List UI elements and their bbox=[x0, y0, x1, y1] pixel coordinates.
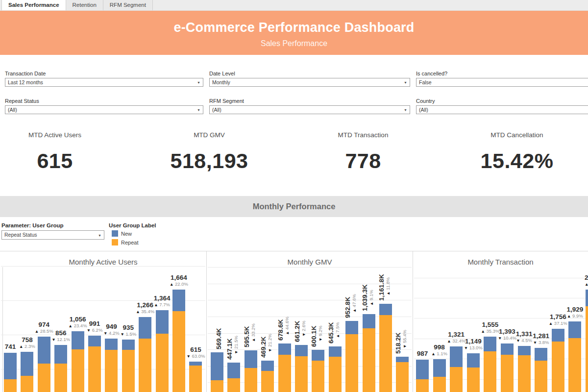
bar-stack[interactable] bbox=[552, 329, 564, 392]
filter-dropdown-date-level[interactable]: Monthly ▼ bbox=[209, 78, 410, 87]
bar-repeat-segment[interactable] bbox=[518, 355, 531, 392]
bar-repeat-segment[interactable] bbox=[295, 356, 308, 392]
legend-item-repeat[interactable]: Repeat bbox=[112, 239, 138, 245]
dropdown-caret-icon[interactable]: ▼ bbox=[197, 108, 200, 112]
bar-repeat-segment[interactable] bbox=[586, 306, 588, 392]
dropdown-caret-icon[interactable]: ▼ bbox=[98, 234, 101, 237]
bar-repeat-segment[interactable] bbox=[105, 350, 118, 392]
bar-stack[interactable] bbox=[312, 350, 324, 392]
bar-stack[interactable] bbox=[467, 353, 480, 392]
bar-stack[interactable] bbox=[295, 345, 308, 392]
bar-stack[interactable] bbox=[54, 345, 67, 392]
bar-repeat-segment[interactable] bbox=[552, 342, 564, 392]
tab-sales-performance[interactable]: Sales Performance bbox=[1, 0, 66, 10]
bar-stack[interactable] bbox=[278, 343, 291, 392]
bar-value-label: 1,929 bbox=[553, 306, 588, 313]
tab-retention[interactable]: Retention bbox=[66, 0, 103, 10]
bar-stack[interactable] bbox=[345, 321, 358, 392]
bar-repeat-segment[interactable] bbox=[88, 346, 101, 392]
bar-repeat-segment[interactable] bbox=[363, 328, 375, 392]
bar-repeat-segment[interactable] bbox=[568, 338, 581, 392]
bar-stack[interactable] bbox=[211, 352, 223, 392]
bar-repeat-segment[interactable] bbox=[416, 379, 429, 392]
bar-repeat-segment[interactable] bbox=[484, 351, 496, 392]
bar-repeat-segment[interactable] bbox=[312, 361, 324, 392]
bar-repeat-segment[interactable] bbox=[467, 368, 480, 392]
bar-stack[interactable] bbox=[245, 350, 257, 392]
bar-stack[interactable] bbox=[501, 343, 514, 392]
bar-stack[interactable] bbox=[329, 346, 342, 392]
filter-dropdown-country[interactable]: (All) bbox=[416, 105, 588, 114]
bar-repeat-segment[interactable] bbox=[211, 380, 223, 392]
bar-repeat-segment[interactable] bbox=[227, 378, 240, 392]
bar-delta-label: ▲ 33.2% bbox=[250, 323, 256, 347]
legend-swatch-repeat bbox=[112, 239, 118, 245]
tab-rfm-segment[interactable]: RFM Segment bbox=[103, 0, 153, 10]
bar-stack[interactable] bbox=[227, 363, 240, 392]
bar-repeat-segment[interactable] bbox=[54, 364, 67, 392]
delta-triangle-icon: ▼ bbox=[318, 338, 323, 342]
bar-stack[interactable] bbox=[363, 314, 375, 392]
bar-stack[interactable] bbox=[172, 290, 185, 392]
bar-stack[interactable] bbox=[189, 362, 202, 392]
legend-item-new[interactable]: New bbox=[112, 230, 132, 237]
bar-repeat-segment[interactable] bbox=[38, 364, 50, 392]
bar-stack[interactable] bbox=[88, 336, 101, 392]
bar-repeat-segment[interactable] bbox=[433, 377, 446, 392]
bar-stack[interactable] bbox=[261, 361, 274, 392]
bar-repeat-segment[interactable] bbox=[501, 355, 514, 392]
bar-repeat-segment[interactable] bbox=[379, 315, 392, 392]
bar-repeat-segment[interactable] bbox=[139, 339, 151, 392]
bar-repeat-segment[interactable] bbox=[329, 357, 342, 392]
bar-repeat-segment[interactable] bbox=[396, 362, 409, 392]
bar-stack[interactable] bbox=[139, 317, 151, 392]
bar-stack[interactable] bbox=[396, 357, 409, 392]
bar-stack[interactable] bbox=[156, 310, 169, 392]
bar-delta-label: ▲ 22.0% bbox=[157, 281, 201, 287]
bar-repeat-segment[interactable] bbox=[345, 334, 358, 392]
bar-stack[interactable] bbox=[21, 352, 33, 392]
bar-label: 1,929▲ 9.9% bbox=[553, 306, 588, 319]
bar-repeat-segment[interactable] bbox=[4, 379, 17, 392]
gridline bbox=[1, 266, 205, 267]
bar-stack[interactable] bbox=[38, 337, 50, 392]
bar-repeat-segment[interactable] bbox=[278, 355, 291, 392]
delta-triangle-icon: ▲ bbox=[136, 309, 140, 314]
filter-dropdown-is-cancelled[interactable]: False bbox=[416, 78, 588, 87]
bar-repeat-segment[interactable] bbox=[21, 376, 33, 392]
bar-stack[interactable] bbox=[484, 337, 496, 392]
bar-repeat-segment[interactable] bbox=[245, 368, 257, 392]
page-subtitle: Sales Performance bbox=[0, 39, 588, 48]
bar-stack[interactable] bbox=[379, 304, 392, 392]
bar-repeat-segment[interactable] bbox=[261, 371, 274, 392]
bar-stack[interactable] bbox=[105, 339, 118, 392]
kpi-value: 518,193 bbox=[131, 149, 288, 173]
bar-stack[interactable] bbox=[518, 346, 531, 392]
bar-stack[interactable] bbox=[122, 340, 135, 392]
bar-repeat-segment[interactable] bbox=[72, 349, 84, 392]
dropdown-caret-icon[interactable]: ▼ bbox=[404, 81, 407, 84]
bar-stack[interactable] bbox=[433, 359, 446, 392]
bar-stack[interactable] bbox=[416, 360, 429, 392]
dropdown-caret-icon[interactable]: ▼ bbox=[404, 108, 407, 112]
bar-repeat-segment[interactable] bbox=[189, 366, 202, 392]
bar-stack[interactable] bbox=[535, 348, 547, 392]
bar-repeat-segment[interactable] bbox=[535, 361, 547, 392]
dropdown-caret-icon[interactable]: ▼ bbox=[197, 81, 200, 84]
bar-repeat-segment[interactable] bbox=[122, 350, 135, 392]
bar-delta-label: ▲ 7.5% bbox=[335, 322, 341, 343]
bar-stack[interactable] bbox=[72, 331, 84, 392]
bar-stack[interactable] bbox=[450, 346, 463, 392]
bar-stack[interactable] bbox=[586, 290, 588, 392]
kpi-value: 15.42% bbox=[439, 149, 588, 173]
bar-stack[interactable] bbox=[568, 321, 581, 392]
parameter-dropdown-user-group[interactable]: Repeat Status ▼ bbox=[1, 230, 104, 240]
bar-repeat-segment[interactable] bbox=[450, 367, 463, 392]
filter-dropdown-repeat-status[interactable]: (All) ▼ bbox=[5, 105, 203, 114]
filter-dropdown-transaction-date[interactable]: Last 12 months ▼ bbox=[5, 78, 203, 87]
bar-stack[interactable] bbox=[4, 353, 17, 392]
delta-triangle-icon: ▼ bbox=[268, 348, 272, 352]
bar-repeat-segment[interactable] bbox=[156, 334, 169, 392]
filter-dropdown-rfm-segment[interactable]: (All) ▼ bbox=[209, 105, 410, 114]
bar-delta-label: ▼ 21.5% bbox=[233, 336, 239, 360]
